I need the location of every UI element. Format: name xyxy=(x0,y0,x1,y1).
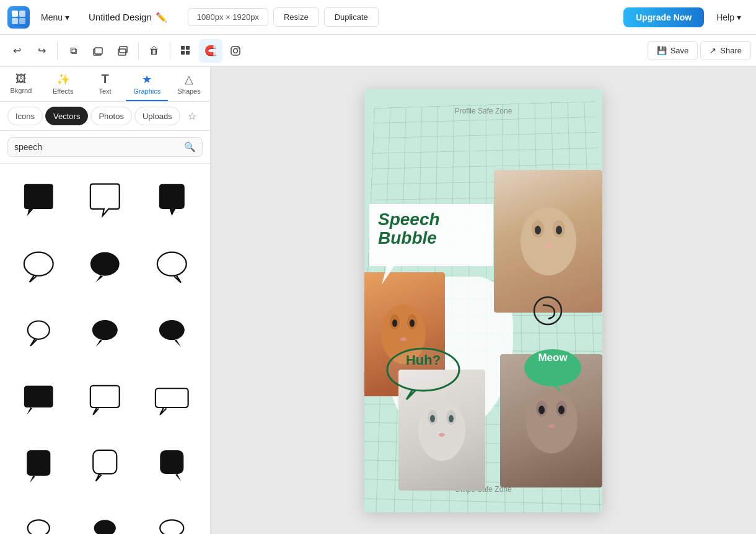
svg-point-36 xyxy=(521,207,576,275)
help-label: Help xyxy=(716,12,734,22)
svg-rect-23 xyxy=(156,388,188,407)
svg-rect-1 xyxy=(19,11,25,17)
toolbar-separator-1 xyxy=(57,42,58,60)
search-input[interactable] xyxy=(14,142,180,152)
svg-rect-26 xyxy=(160,450,183,474)
menu-chevron-icon: ▾ xyxy=(65,12,69,22)
svg-point-47 xyxy=(400,337,407,341)
grid-button[interactable] xyxy=(174,39,198,63)
svg-point-16 xyxy=(90,252,120,276)
circle-arrow-element[interactable] xyxy=(531,294,565,331)
nav-text[interactable]: T Text xyxy=(84,67,126,101)
sub-tabs: Icons Vectors Photos Uploads ☆ xyxy=(0,102,210,131)
svg-point-33 xyxy=(534,297,561,324)
undo-button[interactable]: ↩ xyxy=(5,39,29,63)
speech-bubble-huh[interactable]: Huh? xyxy=(383,342,464,404)
bubble-item-9[interactable] xyxy=(141,302,203,364)
bubble-item-12[interactable] xyxy=(141,369,203,431)
search-icon[interactable]: 🔍 xyxy=(184,141,196,153)
canvas-area[interactable]: Profile Safe Zone Swipe Safe Zone ALL NA… xyxy=(211,67,756,534)
instagram-button[interactable] xyxy=(224,39,247,63)
cat-white-image[interactable] xyxy=(494,170,602,313)
menu-label: Menu xyxy=(41,12,63,22)
svg-point-20 xyxy=(159,320,185,340)
bubble-item-16[interactable] xyxy=(7,502,69,534)
bubble-item-8[interactable] xyxy=(74,302,136,364)
svg-rect-5 xyxy=(95,48,102,54)
svg-rect-0 xyxy=(12,11,18,17)
resize-button[interactable]: Resize xyxy=(273,7,319,27)
svg-rect-21 xyxy=(24,385,53,407)
bubble-item-11[interactable] xyxy=(74,369,136,431)
speech-bubble-white[interactable]: SpeechBubble xyxy=(369,204,493,287)
help-button[interactable]: Help ▾ xyxy=(709,9,749,26)
left-nav: 🖼 Bkgrnd ✨ Effects T Text ★ Graphics △ S… xyxy=(0,67,210,102)
document-title: Untitled Design xyxy=(89,12,152,22)
svg-point-46 xyxy=(410,319,415,327)
bubble-item-6[interactable] xyxy=(141,236,203,298)
bubble-item-17[interactable] xyxy=(74,502,136,534)
svg-point-54 xyxy=(418,399,465,461)
meow-text: Meow xyxy=(522,352,584,364)
nav-bkgrnd[interactable]: 🖼 Bkgrnd xyxy=(0,67,42,101)
menu-button[interactable]: Menu ▾ xyxy=(35,9,76,26)
graphics-label: Graphics xyxy=(133,87,160,95)
copy-button[interactable]: ⧉ xyxy=(61,39,85,63)
layer-up-button[interactable] xyxy=(111,39,134,63)
profile-safe-zone: Profile Safe Zone xyxy=(364,107,602,115)
svg-rect-8 xyxy=(181,46,185,50)
bubble-item-18[interactable] xyxy=(141,502,203,534)
tab-uploads[interactable]: Uploads xyxy=(134,107,180,125)
svg-rect-3 xyxy=(19,18,25,24)
save-label: Save xyxy=(670,46,689,55)
document-title-area[interactable]: Untitled Design ✏️ xyxy=(81,7,175,27)
svg-point-39 xyxy=(535,226,541,234)
svg-point-58 xyxy=(449,415,454,422)
duplicate-button[interactable]: Duplicate xyxy=(324,7,379,27)
redo-button[interactable]: ↪ xyxy=(30,39,53,63)
graphics-icon: ★ xyxy=(142,73,152,86)
delete-button[interactable]: 🗑 xyxy=(143,39,166,63)
bubble-item-13[interactable] xyxy=(7,436,69,498)
bubble-item-5[interactable] xyxy=(74,236,136,298)
share-button[interactable]: ↗ Share xyxy=(700,41,751,60)
text-icon: T xyxy=(101,72,108,86)
bubble-item-10[interactable] xyxy=(7,369,69,431)
shapes-icon: △ xyxy=(185,73,193,86)
svg-point-57 xyxy=(430,415,435,422)
speech-bubble-meow[interactable]: Meow xyxy=(522,345,584,398)
layer-down-button[interactable] xyxy=(86,39,110,63)
nav-effects[interactable]: ✨ Effects xyxy=(42,67,84,101)
shapes-label: Shapes xyxy=(177,87,200,95)
svg-point-45 xyxy=(392,319,397,327)
svg-rect-11 xyxy=(186,51,190,55)
nav-shapes[interactable]: △ Shapes xyxy=(168,67,210,101)
canvas-frame: Profile Safe Zone Swipe Safe Zone ALL NA… xyxy=(364,89,602,512)
bubble-item-15[interactable] xyxy=(141,436,203,498)
bubble-item-3[interactable] xyxy=(141,169,203,231)
svg-point-51 xyxy=(538,406,545,414)
bubble-item-2[interactable] xyxy=(74,169,136,231)
nav-graphics[interactable]: ★ Graphics xyxy=(126,67,168,101)
svg-rect-10 xyxy=(181,51,185,55)
toolbar-separator-3 xyxy=(170,42,170,60)
svg-rect-9 xyxy=(186,46,190,50)
svg-point-52 xyxy=(558,406,565,414)
bubble-item-14[interactable] xyxy=(74,436,136,498)
bkgrnd-icon: 🖼 xyxy=(15,73,27,86)
tab-icons[interactable]: Icons xyxy=(7,107,43,125)
svg-point-17 xyxy=(157,252,187,276)
bkgrnd-label: Bkgrnd xyxy=(10,87,32,94)
save-button[interactable]: 💾 Save xyxy=(648,41,698,60)
bubble-item-7[interactable] xyxy=(7,302,69,364)
svg-point-40 xyxy=(556,226,562,234)
upgrade-button[interactable]: Upgrade Now xyxy=(623,7,704,27)
svg-point-19 xyxy=(92,320,118,340)
favorites-button[interactable]: ☆ xyxy=(183,107,201,125)
tab-photos[interactable]: Photos xyxy=(90,107,131,125)
magnet-button[interactable]: 🧲 xyxy=(199,39,222,63)
effects-icon: ✨ xyxy=(56,73,70,86)
bubble-item-4[interactable] xyxy=(7,236,69,298)
bubble-item-1[interactable] xyxy=(7,169,69,231)
tab-vectors[interactable]: Vectors xyxy=(45,107,88,125)
